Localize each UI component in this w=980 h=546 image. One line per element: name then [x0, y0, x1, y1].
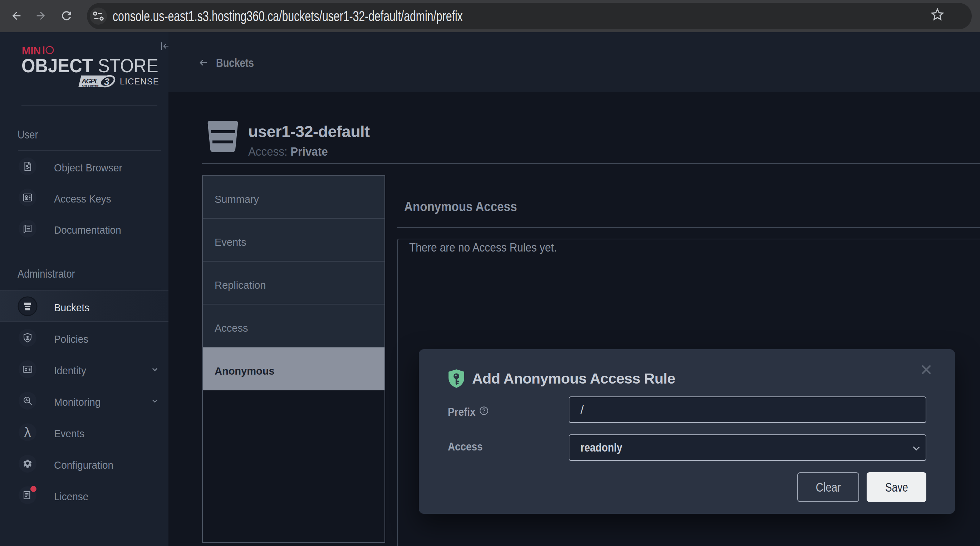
- svg-text:3: 3: [104, 76, 110, 87]
- svg-text:AGPL: AGPL: [81, 77, 99, 85]
- svg-text:Free Software: Free Software: [82, 84, 99, 87]
